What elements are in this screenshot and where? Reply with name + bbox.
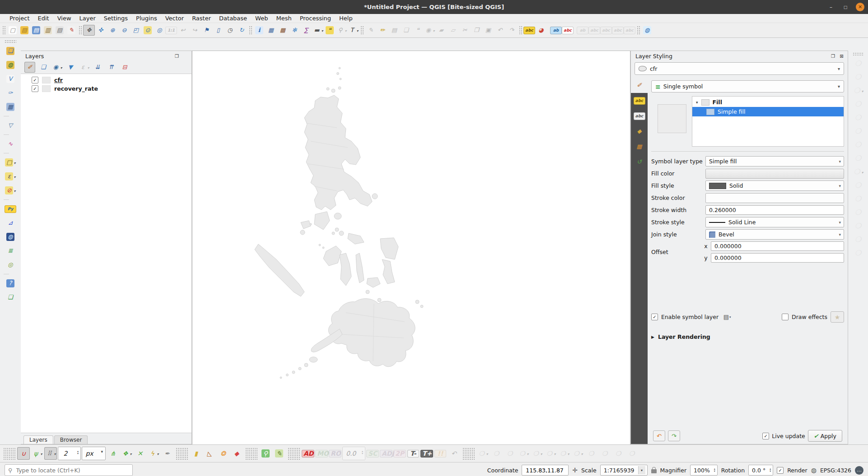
menu-help[interactable]: Help	[335, 14, 357, 23]
crs-globe-icon[interactable]: ◍	[811, 467, 817, 474]
annotation-bubble-button[interactable]: ❝	[412, 25, 424, 36]
messages-button[interactable]: …	[855, 466, 863, 475]
zoom-to-layer-button[interactable]: ◎	[154, 25, 165, 36]
select-by-expression-button[interactable]: ε	[3, 170, 18, 183]
undo-button[interactable]: ↶	[494, 25, 506, 36]
processing-toolbox-button[interactable]: ✻	[289, 25, 300, 36]
history-tab[interactable]: ↺	[631, 154, 648, 170]
float-panel-button[interactable]: ❐	[173, 53, 180, 60]
menu-raster[interactable]: Raster	[188, 14, 215, 23]
delete-ring-icon[interactable]: ❍	[851, 125, 865, 137]
locator-box[interactable]: ⚲	[5, 464, 133, 476]
text-annotation-button[interactable]: T	[347, 25, 359, 36]
save-project-button[interactable]: ▤	[30, 25, 42, 36]
contour-button[interactable]: ◎	[3, 259, 18, 271]
copy-features-button[interactable]: ❐	[471, 25, 482, 36]
apply-button[interactable]: ✔ Apply	[808, 430, 842, 442]
filter-expression-button[interactable]: ε	[79, 62, 89, 73]
layer-visibility-checkbox[interactable]	[32, 77, 38, 83]
enable-symbol-layer-checkbox[interactable]	[651, 314, 658, 320]
lock-icon[interactable]	[651, 469, 657, 473]
cad-ro-button[interactable]: RO	[329, 447, 341, 460]
identify-features-button[interactable]: ℹ	[253, 25, 265, 36]
join-style-combo[interactable]: Bevel▾	[705, 229, 844, 240]
float-panel-button[interactable]: ❐	[830, 53, 836, 60]
deselect-features-button[interactable]: ⊘	[3, 184, 18, 197]
fill-color-button[interactable]	[705, 169, 844, 179]
zoom-in-button[interactable]: ⊕	[107, 25, 118, 36]
menu-settings[interactable]: Settings	[100, 14, 132, 23]
layer-rendering-section[interactable]: ▶ Layer Rendering	[651, 333, 844, 340]
offset-point-symbols-icon[interactable]: ❍	[851, 58, 865, 69]
renderer-combo[interactable]: ≡ Single symbol ▾	[651, 80, 844, 92]
delete-selected-button[interactable]: ▱	[447, 25, 459, 36]
vertex-tool-button[interactable]: ❍	[571, 447, 584, 460]
snapping-mode-button[interactable]: ψ	[31, 447, 43, 460]
layer-labeling-button[interactable]: abc	[523, 25, 535, 36]
menu-vector[interactable]: Vector	[161, 14, 188, 23]
toggle-editing-button[interactable]: ✏	[377, 25, 388, 36]
menu-project[interactable]: Project	[5, 14, 33, 23]
change-label-button[interactable]: abc	[624, 25, 635, 36]
symbol-layer-type-combo[interactable]: Simple fill▾	[705, 156, 844, 166]
menu-mesh[interactable]: Mesh	[272, 14, 295, 23]
zoom-last-button[interactable]: ↩	[177, 25, 189, 36]
profile-tool-button[interactable]: ⊿	[3, 217, 18, 229]
data-defined-override-button[interactable]: ▤	[722, 313, 733, 321]
open-project-button[interactable]: ▨	[19, 25, 30, 36]
osm-place-search-button[interactable]: ⚲	[336, 25, 347, 36]
merge-features-icon[interactable]: ❍	[851, 234, 865, 245]
move-label-button[interactable]: abc	[600, 25, 612, 36]
filter-legend-button[interactable]: ▼	[65, 62, 76, 73]
merge-features-button[interactable]: ❍	[585, 447, 597, 460]
cad-construction-button[interactable]: ◺	[203, 447, 216, 460]
show-layout-manager-button[interactable]: ▧	[54, 25, 65, 36]
minimize-button[interactable]: –	[827, 3, 835, 11]
reshape-features-icon[interactable]: ❍	[851, 193, 865, 205]
close-button[interactable]: ✕	[856, 3, 864, 11]
snapping-toggle-button[interactable]: ∪	[17, 447, 30, 460]
new-bookmark-button[interactable]: ⚑	[201, 25, 212, 36]
cad-undo-button[interactable]: ↶	[448, 447, 460, 460]
move-symbols-icon[interactable]: ❍	[851, 71, 865, 83]
reshape-features-button[interactable]: ❍	[504, 447, 516, 460]
zoom-full-extent-button[interactable]: ◰	[130, 25, 142, 36]
offset-x-input[interactable]: 0.000000	[711, 241, 844, 251]
live-update-checkbox[interactable]	[762, 433, 769, 439]
new-virtual-layer-button[interactable]: ▽	[3, 119, 18, 132]
osm-edit-button[interactable]: ✎	[273, 447, 285, 460]
help-button[interactable]: ?	[3, 277, 18, 290]
new-print-layout-button[interactable]: ▥	[42, 25, 54, 36]
map-tips-button[interactable]: ❝	[324, 25, 336, 36]
new-report-button[interactable]: ❏	[3, 291, 18, 304]
rotate-feature-icon[interactable]: ❍	[851, 98, 865, 110]
fill-ring-button[interactable]: ❍	[558, 447, 570, 460]
snapping-tolerance-spin[interactable]: 2	[58, 447, 81, 460]
add-part-icon[interactable]: ❍	[851, 180, 865, 191]
simplify-feature-button[interactable]: ❍	[531, 447, 543, 460]
menu-database[interactable]: Database	[215, 14, 251, 23]
zoom-out-button[interactable]: ⊖	[118, 25, 130, 36]
open-layer-styling-button[interactable]: ✐	[24, 62, 35, 73]
effects-star-button[interactable]: ★	[831, 311, 844, 323]
refresh-map-button[interactable]: ↻	[236, 25, 247, 36]
delete-part-button[interactable]: ❍	[612, 447, 625, 460]
symbol-group-row[interactable]: ▾ Fill	[692, 97, 844, 107]
cad-warning-button[interactable]: !!	[434, 447, 447, 460]
cut-features-button[interactable]: ✂	[459, 25, 471, 36]
redo-button[interactable]: ↷	[506, 25, 518, 36]
manage-map-themes-button[interactable]: ◉	[51, 62, 62, 73]
split-features-icon[interactable]: ❍	[851, 220, 865, 232]
modify-attributes-button[interactable]: ▰	[435, 25, 447, 36]
statistical-summary-button[interactable]: ▩	[277, 25, 289, 36]
stroke-width-input[interactable]: 0.260000	[705, 205, 844, 215]
current-edits-button[interactable]: ✎	[365, 25, 377, 36]
collapse-all-button[interactable]: ⇈	[106, 62, 117, 73]
style-manager-button[interactable]: ✎	[65, 25, 77, 36]
sum-statistics-button[interactable]: ∑	[300, 25, 312, 36]
gps-button[interactable]: ❂	[217, 447, 229, 460]
highlight-labels-button[interactable]: abc	[588, 25, 600, 36]
label-single-button[interactable]: ab	[550, 25, 562, 36]
menu-processing[interactable]: Processing	[296, 14, 335, 23]
extents-icon[interactable]: ✛	[572, 467, 578, 474]
